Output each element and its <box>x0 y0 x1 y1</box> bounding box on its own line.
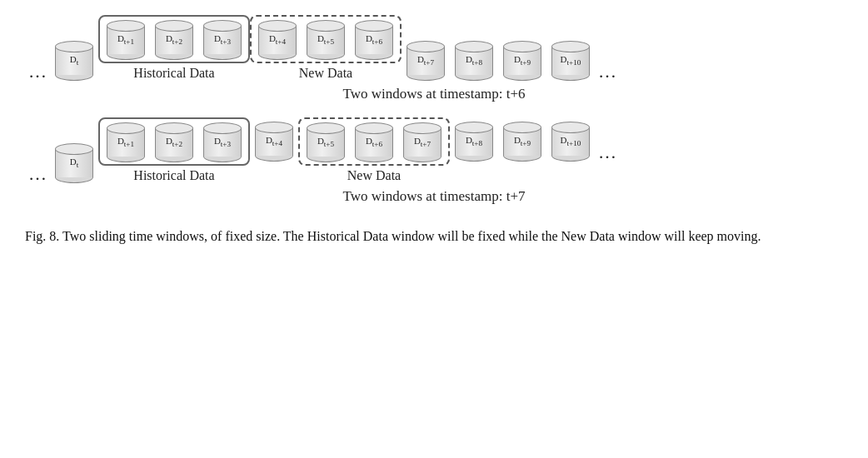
timestamp-2: Two windows at timestamp: t+7 <box>25 188 843 205</box>
historical-label-2: Historical Data <box>133 168 214 183</box>
cyl-t2-1: Dt+2 <box>152 20 196 60</box>
cyl-t3-2: Dt+3 <box>201 122 244 162</box>
cyl-t5-2: Dt+5 <box>304 122 347 162</box>
cyl-t8-2: Dt+8 <box>452 122 496 162</box>
new-data-label-2: New Data <box>347 168 401 183</box>
ellipsis-right-2: … <box>598 143 616 162</box>
cyl-t9-2: Dt+9 <box>501 122 544 162</box>
ellipsis-left-2: … <box>28 165 47 183</box>
diagram2-row: … Dt Dt+1 Dt+2 <box>25 117 843 183</box>
cyl-t4-1: Dt+4 <box>256 20 299 60</box>
cyl-t2-2: Dt+2 <box>152 122 196 162</box>
cyl-t7-2: Dt+7 <box>401 122 444 162</box>
historical-group-2: Dt+1 Dt+2 Dt+3 Historical Data <box>98 117 250 183</box>
new-data-group-1: Dt+4 Dt+5 Dt+6 New Data <box>250 15 402 81</box>
cyl-t6-2: Dt+6 <box>352 122 396 162</box>
cyl-t1-1: Dt+1 <box>104 20 147 60</box>
diagram1-area: … Dt Dt+1 Dt+2 <box>0 0 868 102</box>
cyl-t9-1: Dt+9 <box>501 41 544 81</box>
cyl-t8-1: Dt+8 <box>452 41 496 81</box>
cyl-t10-2: Dt+10 <box>549 122 592 162</box>
historical-box-1: Dt+1 Dt+2 Dt+3 <box>98 15 250 63</box>
cylinder-dt-2: Dt <box>52 143 96 183</box>
ellipsis-right-1: … <box>598 62 616 81</box>
ellipsis-left-1: … <box>28 62 47 81</box>
cyl-t3-1: Dt+3 <box>201 20 244 60</box>
figure-caption: Fig. 8. Two sliding time windows, of fix… <box>0 213 816 246</box>
cyl-t10-1: Dt+10 <box>549 41 592 81</box>
new-data-label-1: New Data <box>299 66 352 81</box>
cyl-t4-2: Dt+4 <box>252 122 296 162</box>
timestamp-1: Two windows at timestamp: t+6 <box>25 86 843 102</box>
historical-group-1: Dt+1 Dt+2 Dt+3 Historical Data <box>98 15 250 81</box>
new-data-box-1: Dt+4 Dt+5 Dt+6 <box>250 15 402 63</box>
historical-label-1: Historical Data <box>133 66 214 81</box>
diagram2-area: … Dt Dt+1 Dt+2 <box>0 111 868 205</box>
new-data-group-2: Dt+5 Dt+6 Dt+7 New Data <box>298 117 450 183</box>
diagram1-row: … Dt Dt+1 Dt+2 <box>25 15 843 81</box>
cyl-t1-2: Dt+1 <box>104 122 147 162</box>
new-data-box-2: Dt+5 Dt+6 Dt+7 <box>298 117 450 166</box>
cyl-t5-1: Dt+5 <box>304 20 347 60</box>
cylinder-dt-1: Dt <box>52 41 96 81</box>
cyl-t7-1: Dt+7 <box>404 41 447 81</box>
cyl-t6-1: Dt+6 <box>352 20 396 60</box>
historical-box-2: Dt+1 Dt+2 Dt+3 <box>98 117 250 166</box>
